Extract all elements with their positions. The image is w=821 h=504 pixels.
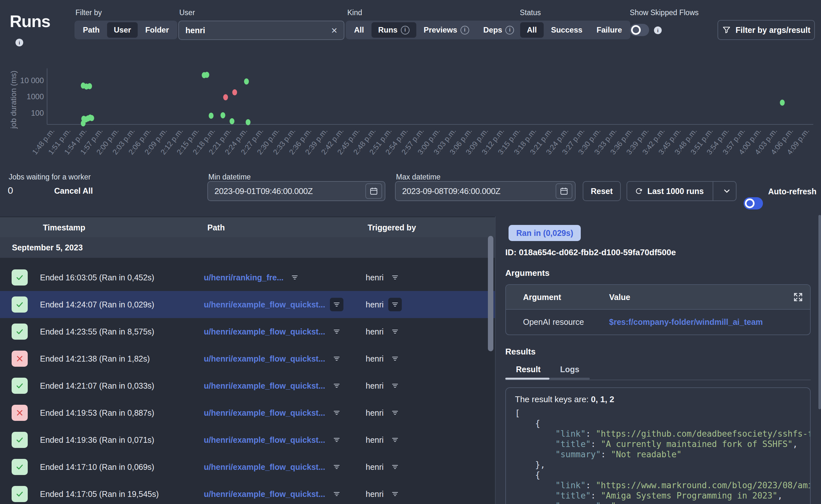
arguments-title: Arguments bbox=[505, 268, 550, 278]
table-row[interactable]: Ended 14:17:10 (Ran in 0,069s) u/henri/e… bbox=[0, 453, 495, 480]
kind-all[interactable]: All bbox=[347, 22, 371, 38]
status-all[interactable]: All bbox=[520, 22, 544, 38]
argument-value-link[interactable]: $res:f/company-folder/windmill_ai_team bbox=[609, 317, 763, 327]
info-icon[interactable]: i bbox=[401, 26, 409, 34]
table-row[interactable]: Ended 14:23:55 (Ran in 8,575s) u/henri/e… bbox=[0, 318, 495, 345]
failure-job-dot[interactable] bbox=[223, 94, 228, 100]
run-path-link[interactable]: u/henri/example_flow_quickst... bbox=[204, 435, 325, 445]
run-path-link[interactable]: u/henri/example_flow_quickst... bbox=[204, 408, 325, 418]
success-job-dot[interactable] bbox=[209, 112, 213, 119]
run-user: henri bbox=[366, 354, 384, 363]
run-path-link[interactable]: u/henri/example_flow_quickst... bbox=[204, 489, 325, 499]
clear-user-icon[interactable]: × bbox=[331, 25, 337, 35]
runs-info-icon[interactable]: i bbox=[15, 39, 23, 46]
filter-by-user-button[interactable] bbox=[388, 298, 402, 311]
table-row[interactable]: Ended 14:21:07 (Ran in 0,033s) u/henri/e… bbox=[0, 372, 495, 399]
success-job-dot[interactable] bbox=[780, 100, 785, 106]
refresh-icon bbox=[635, 187, 643, 196]
last-runs-dropdown[interactable] bbox=[718, 187, 736, 196]
failure-job-dot[interactable] bbox=[232, 89, 237, 95]
max-calendar-button[interactable] bbox=[556, 183, 572, 199]
status-success[interactable]: Success bbox=[544, 22, 589, 38]
filter-by-user-button[interactable] bbox=[388, 325, 402, 338]
run-path-link[interactable]: u/henri/example_flow_quickst... bbox=[204, 327, 325, 336]
auto-refresh-toggle[interactable] bbox=[744, 197, 763, 209]
run-user: henri bbox=[366, 300, 384, 309]
filter-by-user-button[interactable] bbox=[388, 379, 402, 393]
table-row[interactable]: Ended 14:24:07 (Ran in 0,029s) u/henri/e… bbox=[0, 291, 495, 318]
expand-icon[interactable] bbox=[793, 292, 803, 302]
filter-by-path-button[interactable] bbox=[330, 460, 343, 474]
reset-button[interactable]: Reset bbox=[583, 181, 621, 201]
min-calendar-button[interactable] bbox=[365, 183, 382, 199]
min-datetime-input[interactable]: 2023-09-01T09:46:00.000Z bbox=[207, 181, 385, 201]
filter-by-user[interactable]: User bbox=[107, 22, 138, 38]
success-job-dot[interactable] bbox=[89, 115, 94, 121]
page-scrollbar[interactable] bbox=[818, 215, 821, 409]
run-user: henri bbox=[366, 489, 384, 499]
cancel-all-button[interactable]: Cancel All bbox=[54, 186, 93, 196]
filter-by-folder[interactable]: Folder bbox=[138, 22, 175, 38]
filter-by-path[interactable]: Path bbox=[76, 22, 106, 38]
col-argument: Argument bbox=[523, 293, 561, 302]
status-icon bbox=[12, 486, 28, 502]
filter-by-path-button[interactable] bbox=[330, 379, 343, 393]
success-job-dot[interactable] bbox=[87, 83, 92, 89]
check-icon bbox=[15, 327, 24, 336]
run-path-link[interactable]: u/henri/example_flow_quickst... bbox=[204, 354, 325, 363]
success-job-dot[interactable] bbox=[220, 112, 225, 118]
status-failure[interactable]: Failure bbox=[590, 22, 629, 38]
table-row[interactable]: Ended 16:03:05 (Ran in 0,452s) u/henri/r… bbox=[0, 264, 495, 291]
tab-result[interactable]: Result bbox=[516, 365, 541, 374]
info-icon[interactable]: i bbox=[461, 26, 469, 34]
filter-args-button[interactable]: Filter by args/result bbox=[718, 20, 815, 40]
run-path-link[interactable]: u/henri/example_flow_quickst... bbox=[204, 381, 325, 391]
filter-by-user-button[interactable] bbox=[388, 433, 402, 447]
filter-by-path-button[interactable] bbox=[330, 325, 343, 338]
table-row[interactable]: Ended 14:17:05 (Ran in 19,545s) u/henri/… bbox=[0, 480, 495, 504]
success-job-dot[interactable] bbox=[244, 78, 249, 84]
filter-by-path-button[interactable] bbox=[330, 406, 343, 420]
run-path-link[interactable]: u/henri/example_flow_quickst... bbox=[204, 462, 325, 472]
kind-deps[interactable]: Depsi bbox=[477, 22, 521, 38]
filter-by-path-button[interactable] bbox=[330, 487, 343, 501]
x-icon bbox=[15, 354, 24, 363]
info-icon[interactable]: i bbox=[505, 26, 514, 34]
filter-by-path-button[interactable] bbox=[330, 298, 343, 311]
table-row[interactable]: Ended 14:19:36 (Ran in 0,071s) u/henri/e… bbox=[0, 426, 495, 453]
show-skipped-toggle[interactable] bbox=[630, 24, 649, 36]
run-path-link[interactable]: u/henri/ranking_fre... bbox=[204, 273, 283, 282]
filter-lines-icon bbox=[333, 328, 340, 335]
user-label: User bbox=[179, 8, 195, 17]
last-runs-button[interactable]: Last 1000 runs bbox=[627, 181, 737, 201]
run-user: henri bbox=[366, 408, 384, 418]
filter-lines-icon bbox=[333, 301, 340, 308]
table-row[interactable]: Ended 14:21:38 (Ran in 1,82s) u/henri/ex… bbox=[0, 345, 495, 372]
success-job-dot[interactable] bbox=[230, 118, 234, 124]
filter-by-user-button[interactable] bbox=[388, 352, 402, 365]
max-datetime-input[interactable]: 2023-09-08T09:46:00.000Z bbox=[395, 181, 576, 201]
table-row[interactable]: Ended 14:19:53 (Ran in 0,887s) u/henri/e… bbox=[0, 399, 495, 426]
kind-runs[interactable]: Runsi bbox=[371, 22, 416, 38]
tab-logs[interactable]: Logs bbox=[560, 365, 580, 374]
toggle-knob bbox=[631, 25, 641, 35]
table-scrollbar[interactable] bbox=[488, 236, 494, 351]
check-icon bbox=[15, 300, 24, 309]
check-icon bbox=[15, 462, 24, 472]
skipped-info-icon[interactable]: i bbox=[654, 26, 662, 34]
filter-by-user-button[interactable] bbox=[388, 487, 402, 501]
kind-previews[interactable]: Previewsi bbox=[417, 22, 476, 38]
filter-by-user-button[interactable] bbox=[388, 271, 402, 284]
run-path-link[interactable]: u/henri/example_flow_quickst... bbox=[204, 300, 325, 309]
filter-by-path-button[interactable] bbox=[330, 352, 343, 365]
filter-lines-icon bbox=[391, 409, 399, 417]
filter-by-path-button[interactable] bbox=[330, 433, 343, 447]
success-job-dot[interactable] bbox=[204, 72, 209, 78]
success-job-dot[interactable] bbox=[246, 119, 250, 125]
filter-by-path-button[interactable] bbox=[288, 271, 301, 284]
filter-lines-icon bbox=[333, 436, 340, 444]
filter-by-user-button[interactable] bbox=[388, 406, 402, 420]
filter-by-user-button[interactable] bbox=[388, 460, 402, 474]
filter-lines-icon bbox=[391, 490, 399, 498]
user-filter-input[interactable]: henri × bbox=[178, 21, 344, 40]
